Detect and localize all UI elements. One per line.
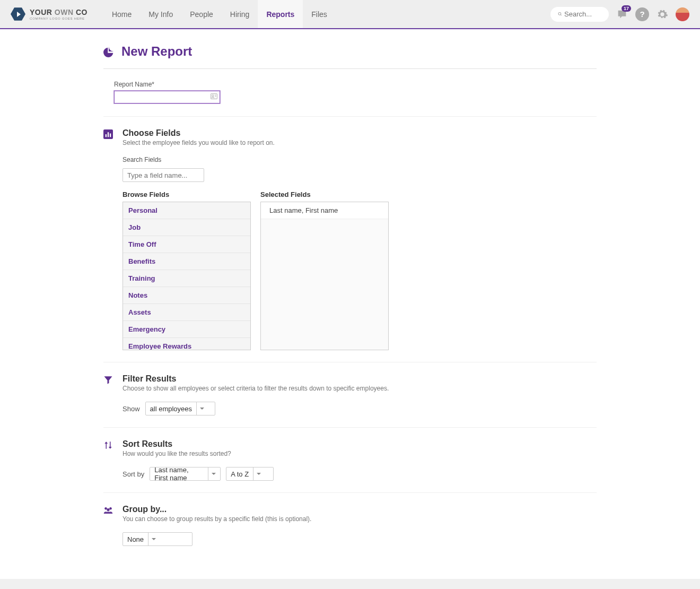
- global-search[interactable]: [550, 7, 609, 22]
- sort-results-section: Sort Results How would you like the resu…: [103, 428, 597, 493]
- logo-tagline: COMPANY LOGO GOES HERE: [30, 17, 88, 20]
- page-title: New Report: [121, 44, 192, 59]
- browse-fields-label: Browse Fields: [122, 190, 251, 198]
- logo-main-text: YOUR OWN CO: [30, 8, 88, 16]
- group-sub: You can choose to group results by a spe…: [122, 515, 597, 523]
- page-header: New Report: [103, 44, 597, 69]
- browse-category[interactable]: Notes: [123, 287, 250, 304]
- company-logo[interactable]: YOUR OWN CO COMPANY LOGO GOES HERE: [11, 7, 88, 22]
- main-nav: Home My Info People Hiring Reports Files: [103, 0, 336, 28]
- browse-category[interactable]: Job: [123, 219, 250, 236]
- browse-category[interactable]: Assets: [123, 304, 250, 321]
- group-title: Group by...: [122, 505, 597, 514]
- svg-line-1: [561, 15, 562, 16]
- browse-category[interactable]: Personal: [123, 202, 250, 219]
- filter-sub: Choose to show all employees or select c…: [122, 385, 597, 392]
- search-fields-label: Search Fields: [122, 156, 597, 163]
- browse-category[interactable]: Emergency: [123, 321, 250, 338]
- search-fields-input[interactable]: [122, 168, 204, 182]
- chevron-down-icon: [257, 473, 261, 475]
- browse-fields-list[interactable]: Personal Job Time Off Benefits Training …: [122, 202, 251, 350]
- svg-point-3: [212, 95, 214, 97]
- help-button[interactable]: ?: [635, 7, 649, 21]
- browse-category[interactable]: Training: [123, 270, 250, 287]
- sort-icon: [103, 440, 113, 450]
- svg-point-10: [104, 507, 107, 510]
- svg-rect-7: [106, 134, 107, 137]
- choose-fields-sub: Select the employee fields you would lik…: [122, 139, 597, 146]
- svg-point-12: [107, 508, 109, 511]
- search-icon: [558, 11, 562, 18]
- user-avatar[interactable]: [676, 7, 689, 21]
- browse-category[interactable]: Time Off: [123, 236, 250, 253]
- show-select[interactable]: all employees: [145, 402, 215, 415]
- show-label: Show: [122, 405, 140, 413]
- nav-reports[interactable]: Reports: [258, 0, 303, 28]
- groupby-select-value: None: [127, 535, 144, 543]
- group-by-section: Group by... You can choose to group resu…: [103, 493, 597, 558]
- settings-button[interactable]: [655, 7, 669, 21]
- sortby-select-value: Last name, First name: [154, 466, 204, 482]
- chevron-down-icon: [212, 473, 216, 475]
- filter-title: Filter Results: [122, 374, 597, 384]
- report-name-input[interactable]: [114, 91, 220, 103]
- groupby-select[interactable]: None: [122, 532, 192, 546]
- inbox-badge: 17: [622, 5, 631, 12]
- svg-point-11: [109, 507, 112, 510]
- funnel-icon: [103, 375, 113, 385]
- logo-hex-icon: [11, 7, 25, 22]
- inbox-button[interactable]: 17: [615, 7, 629, 21]
- sort-direction-select[interactable]: A to Z: [226, 467, 274, 481]
- selected-fields-label: Selected Fields: [260, 190, 389, 198]
- svg-rect-9: [110, 134, 111, 137]
- sort-sub: How would you like the results sorted?: [122, 450, 597, 457]
- nav-people[interactable]: People: [181, 0, 222, 28]
- search-input[interactable]: [564, 10, 601, 18]
- gear-icon: [657, 8, 668, 20]
- nav-home[interactable]: Home: [103, 0, 140, 28]
- sortby-select[interactable]: Last name, First name: [150, 467, 221, 481]
- topbar: YOUR OWN CO COMPANY LOGO GOES HERE Home …: [0, 0, 700, 29]
- play-icon: [17, 12, 21, 17]
- nav-my-info[interactable]: My Info: [140, 0, 181, 28]
- filter-results-section: Filter Results Choose to show all employ…: [103, 362, 597, 428]
- chevron-down-icon: [152, 538, 156, 540]
- help-icon: ?: [640, 10, 644, 19]
- people-group-icon: [103, 506, 113, 515]
- report-name-label: Report Name*: [114, 81, 597, 88]
- show-select-value: all employees: [150, 405, 192, 413]
- svg-point-0: [558, 12, 561, 15]
- page-footer: Save Cancel ®bambooHR®: [0, 579, 700, 589]
- selected-field-item[interactable]: Last name, First name: [261, 202, 388, 219]
- pie-chart-icon: [103, 46, 115, 57]
- browse-category[interactable]: Benefits: [123, 253, 250, 270]
- nav-hiring[interactable]: Hiring: [222, 0, 258, 28]
- choose-fields-title: Choose Fields: [122, 128, 597, 138]
- nav-files[interactable]: Files: [303, 0, 336, 28]
- sort-direction-value: A to Z: [231, 470, 249, 478]
- selected-fields-list[interactable]: Last name, First name: [260, 202, 389, 350]
- choose-fields-section: Choose Fields Select the employee fields…: [103, 117, 597, 362]
- browse-category[interactable]: Employee Rewards: [123, 338, 250, 350]
- sort-title: Sort Results: [122, 439, 597, 449]
- chevron-down-icon: [200, 408, 204, 410]
- sortby-label: Sort by: [122, 470, 144, 478]
- svg-rect-8: [108, 132, 109, 137]
- contact-card-icon: [211, 93, 217, 101]
- bar-chart-icon: [103, 129, 113, 139]
